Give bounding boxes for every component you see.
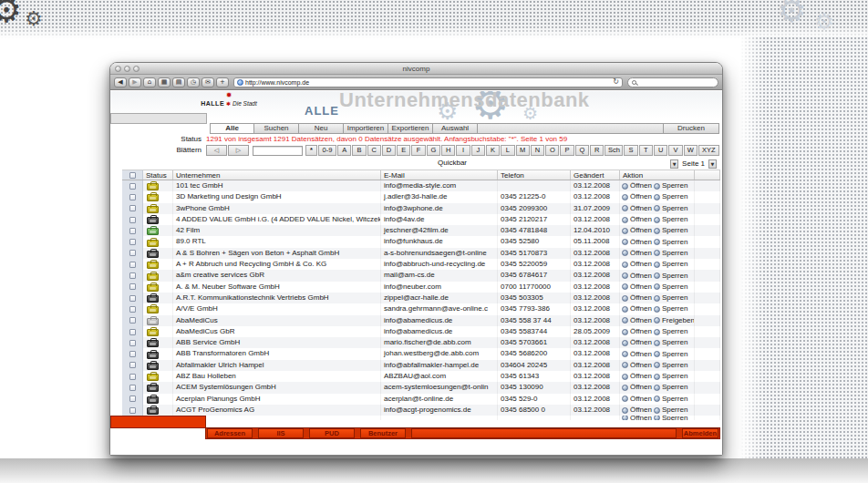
table-row[interactable]: Acerplan Planungs GmbH acerplan@t-online… [122, 394, 720, 405]
table-row[interactable]: A. & M. Neuber Software GmbH info@neuber… [122, 282, 720, 293]
letter-button-A[interactable]: A [337, 145, 351, 156]
row-checkbox[interactable] [129, 407, 136, 414]
column-header-telefon[interactable]: Telefon [498, 170, 571, 180]
open-radio[interactable] [622, 217, 628, 223]
row-checkbox[interactable] [129, 272, 136, 279]
lock-radio[interactable] [654, 317, 660, 324]
tab-exportieren[interactable]: Exportieren [388, 123, 433, 134]
lock-radio[interactable] [654, 183, 660, 190]
table-row[interactable]: ACEM Systemlösungen GmbH acem-systemloes… [122, 382, 720, 393]
table-row[interactable]: A + R Abbruch und Recycling GmbH & Co. K… [122, 259, 720, 270]
open-radio[interactable] [622, 385, 628, 391]
table-row[interactable]: ABZ Bau Holleben ABZBAU@aol.com 0345 613… [122, 371, 720, 382]
letter-button-D[interactable]: D [382, 145, 396, 156]
logout-button[interactable]: Abmelden [682, 428, 718, 438]
lock-radio[interactable] [654, 205, 660, 211]
open-radio[interactable] [622, 407, 628, 414]
letter-button-P[interactable]: P [560, 145, 574, 156]
row-checkbox[interactable] [129, 340, 136, 346]
letter-button-XYZ[interactable]: XYZ [698, 145, 719, 156]
open-radio[interactable] [622, 228, 628, 234]
table-row[interactable]: 89.0 RTL info@funkhaus.de 0345 52580 05.… [122, 236, 720, 247]
letter-button-S[interactable]: S [624, 145, 637, 156]
select-all-checkbox[interactable] [129, 172, 136, 179]
letter-button-G[interactable]: G [427, 145, 440, 156]
open-radio[interactable] [622, 340, 628, 346]
row-checkbox[interactable] [129, 317, 136, 324]
lock-radio[interactable] [654, 385, 660, 391]
lock-radio[interactable] [654, 396, 660, 402]
row-checkbox[interactable] [129, 329, 136, 335]
letter-button-I[interactable]: I [456, 145, 470, 156]
row-checkbox[interactable] [129, 239, 136, 245]
table-row[interactable]: 3D Marketing und Design GmbH j.adler@3d-… [122, 191, 720, 202]
letter-button-R[interactable]: R [590, 145, 604, 156]
row-checkbox[interactable] [129, 385, 136, 391]
column-header-aktion[interactable]: Aktion [620, 170, 695, 180]
row-checkbox[interactable] [129, 283, 136, 290]
letter-button-O[interactable]: O [545, 145, 559, 156]
row-checkbox[interactable] [129, 351, 136, 357]
row-checkbox[interactable] [129, 262, 136, 268]
table-row[interactable]: A & S Bohren + Sägen von Beton + Asphalt… [122, 248, 720, 259]
quickbar-dropdown-button[interactable]: ▼ [670, 159, 678, 169]
footer-item-benutzer[interactable]: Benutzer [360, 428, 406, 438]
lock-radio[interactable] [654, 329, 660, 335]
letter-button-L[interactable]: L [501, 145, 514, 156]
letter-button-Sch[interactable]: Sch [604, 145, 623, 156]
tab-suchen[interactable]: Suchen [254, 123, 299, 134]
lock-radio[interactable] [654, 340, 660, 346]
row-checkbox[interactable] [129, 362, 136, 368]
history-button[interactable]: ◷ [187, 77, 200, 87]
tab-auswahl[interactable]: Auswahl [433, 123, 478, 134]
table-row[interactable]: A/V/E GmbH sandra.gehrmann@ave-online.c … [122, 303, 720, 314]
table-row[interactable]: 42 Film jeschner@42film.de 0345 4781848 … [122, 225, 720, 236]
table-row[interactable]: Öffnen Sperren [122, 416, 720, 420]
letter-button-J[interactable]: J [471, 145, 485, 156]
footer-item-adressen[interactable]: Adressen [207, 428, 253, 438]
letter-button-N[interactable]: N [531, 145, 544, 156]
table-row[interactable]: AbaMediCus info@abamedicus.de 0345 558 3… [122, 315, 720, 326]
open-radio[interactable] [622, 351, 628, 357]
row-checkbox[interactable] [129, 228, 136, 234]
lock-radio[interactable] [654, 262, 660, 268]
letter-button-H[interactable]: H [441, 145, 455, 156]
column-header-email[interactable]: E-Mail [381, 170, 498, 180]
lock-radio[interactable] [654, 295, 660, 302]
open-radio[interactable] [622, 239, 628, 245]
open-radio[interactable] [622, 317, 628, 324]
open-radio[interactable] [622, 250, 628, 256]
table-row[interactable]: ABB Service GmbH mario.fischer@de.abb.co… [122, 337, 720, 348]
open-radio[interactable] [622, 396, 628, 402]
back-button[interactable]: ◀ [114, 77, 127, 87]
table-row[interactable]: 101 tec GmbH info@media-style.com 03.12.… [122, 180, 720, 191]
table-row[interactable]: ACGT ProGenomics AG info@acgt-progenomic… [122, 405, 720, 416]
letter-button-M[interactable]: M [516, 145, 530, 156]
row-checkbox[interactable] [129, 205, 136, 211]
tab-importieren[interactable]: Importieren [344, 123, 388, 134]
lock-radio[interactable] [654, 306, 660, 313]
previous-page-button[interactable]: ◁ [206, 145, 227, 156]
table-row[interactable]: 4 ADDED VALUE GmbH i.G. (4 ADDED VALUE N… [122, 214, 720, 225]
lock-radio[interactable] [654, 228, 660, 234]
letter-button-W[interactable]: W [684, 145, 698, 156]
letter-button-*[interactable]: * [305, 145, 317, 156]
lock-radio[interactable] [654, 283, 660, 290]
next-page-button[interactable]: ▷ [228, 145, 249, 156]
letter-button-T[interactable]: T [639, 145, 653, 156]
forward-button[interactable]: ▶ [129, 77, 141, 87]
table-row[interactable]: a&m creative services GbR mail@am-cs.de … [122, 270, 720, 281]
letter-button-B[interactable]: B [352, 145, 366, 156]
table-row[interactable]: AbaMediCus GbR info@abamedicus.de 0345 5… [122, 326, 720, 337]
letter-button-C[interactable]: C [367, 145, 381, 156]
row-checkbox[interactable] [129, 295, 136, 302]
row-checkbox[interactable] [129, 374, 136, 380]
table-row[interactable]: 3wPhone GmbH info@3wphone.de 0345 209930… [122, 203, 720, 214]
open-radio[interactable] [622, 262, 628, 268]
lock-radio[interactable] [654, 374, 660, 380]
home-button[interactable]: ⌂ [143, 77, 156, 87]
print-button[interactable]: Drucken [664, 123, 719, 134]
row-checkbox[interactable] [129, 306, 136, 313]
open-radio[interactable] [622, 306, 628, 313]
lock-radio[interactable] [654, 416, 660, 420]
